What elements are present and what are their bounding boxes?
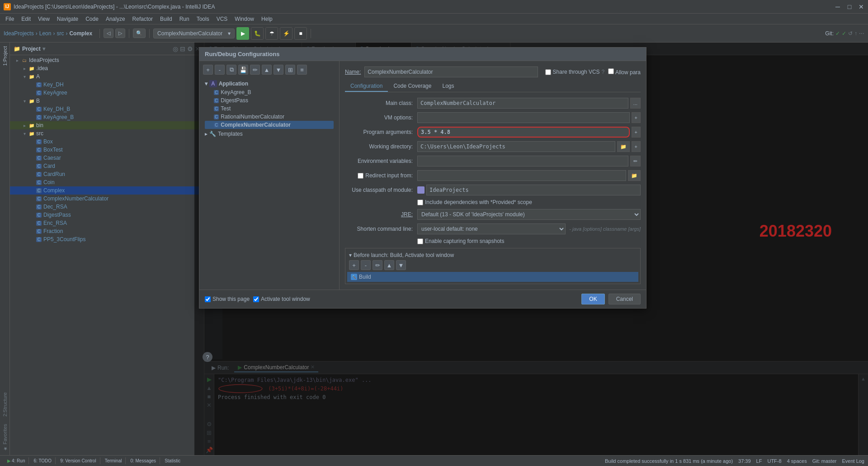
redirect-input[interactable] [417, 170, 626, 181]
tree-cardrun[interactable]: C CardRun [10, 170, 204, 178]
menu-run[interactable]: Run [176, 15, 193, 23]
menu-help[interactable]: Help [258, 15, 276, 23]
status-terminal-tab[interactable]: Terminal [101, 457, 126, 464]
tree-src[interactable]: ▾ 📁 src [10, 129, 204, 138]
before-launch-up-btn[interactable]: ▲ [384, 260, 394, 270]
search-everywhere-btn[interactable]: 🔍 [133, 29, 146, 38]
locate-file-btn[interactable]: ◎ [173, 45, 178, 52]
tree-pp5[interactable]: C PP5_3CountFlips [10, 235, 204, 243]
forward-btn[interactable]: ▷ [115, 29, 125, 38]
tree-caesar[interactable]: C Caesar [10, 154, 204, 162]
before-launch-remove-btn[interactable]: - [361, 260, 371, 270]
tree-complexnumbercalculator[interactable]: C ComplexNumberCalculator [10, 195, 204, 203]
stop-button[interactable]: ■ [294, 27, 307, 40]
sort-btn[interactable]: ⊞ [285, 65, 295, 75]
git-update-icon[interactable]: ↺ [848, 30, 853, 37]
remove-config-btn[interactable]: - [215, 65, 225, 75]
tree-box[interactable]: C Box [10, 138, 204, 146]
vtab-structure[interactable]: 2:Structure [1, 389, 9, 420]
git-branch[interactable]: Git: master [812, 458, 837, 464]
tree-root[interactable]: ▸ 🗂 IdeaProjects [10, 56, 204, 64]
logs-tab[interactable]: Logs [437, 81, 459, 92]
config-digestpass[interactable]: C DigestPass [205, 96, 334, 105]
tree-complex[interactable]: C Complex [10, 186, 204, 195]
menu-analyze[interactable]: Analyze [102, 15, 129, 23]
program-args-input[interactable] [417, 127, 630, 138]
templates-item[interactable]: ▸ 🔧 Templates [203, 130, 335, 138]
config-test[interactable]: C Test [205, 105, 334, 113]
jre-select[interactable]: Default (13 - SDK of 'IdeaProjects' modu… [417, 209, 641, 220]
git-push-icon[interactable]: ↑ [854, 30, 857, 37]
tree-A[interactable]: ▾ 📁 A [10, 72, 204, 81]
cancel-button[interactable]: Cancel [609, 294, 641, 304]
main-class-browse-btn[interactable]: ... [630, 98, 641, 109]
menu-code[interactable]: Code [82, 15, 102, 23]
config-tab[interactable]: Configuration [345, 81, 388, 92]
move-down-btn[interactable]: ▼ [274, 65, 283, 75]
tree-idea[interactable]: ▸ 📁 .idea [10, 64, 204, 72]
cursor-pos[interactable]: 37:39 [738, 458, 751, 464]
name-input[interactable] [364, 67, 538, 77]
minimize-btn[interactable]: ─ [835, 4, 841, 10]
indent[interactable]: 4 spaces [787, 458, 807, 464]
tree-keyagree-b[interactable]: C KeyAgree_B [10, 113, 204, 121]
help-button[interactable]: ? [203, 352, 212, 362]
working-dir-input[interactable] [417, 141, 615, 152]
env-vars-edit-btn[interactable]: ✏ [630, 156, 641, 166]
tree-card[interactable]: C Card [10, 162, 204, 170]
allow-par-cb[interactable] [608, 68, 614, 74]
run-config-selector[interactable]: ComplexNumberCalculator ▾ [153, 29, 235, 38]
working-dir-browse-btn[interactable]: 📁 [617, 141, 630, 152]
vtab-project[interactable]: 1:Project [1, 43, 9, 69]
config-rational[interactable]: C RationalNumberCalculator [205, 113, 334, 121]
tree-key-dh[interactable]: C Key_DH [10, 81, 204, 89]
share-cb[interactable] [545, 69, 551, 75]
before-launch-header[interactable]: ▾ Before launch: Build, Activate tool wi… [347, 250, 638, 260]
env-vars-input[interactable] [417, 156, 628, 166]
debug-button[interactable]: 🐛 [251, 27, 264, 40]
close-btn[interactable]: ✕ [858, 4, 864, 10]
save-config-btn[interactable]: 💾 [238, 65, 248, 75]
application-group-header[interactable]: ▾ A Application [205, 79, 334, 88]
tree-key-dh-b[interactable]: C Key_DH_B [10, 105, 204, 113]
tree-B[interactable]: ▾ 📁 B [10, 97, 204, 105]
collapse-all-btn[interactable]: ⊟ [180, 45, 185, 52]
breadcrumb-root[interactable]: IdeaProjects [4, 30, 34, 37]
config-complexcalc[interactable]: C ComplexNumberCalculator [205, 121, 334, 129]
show-page-cb[interactable] [205, 296, 211, 302]
settings-btn[interactable]: ⚙ [187, 45, 193, 52]
coverage-button[interactable]: ☂ [265, 27, 278, 40]
tree-decrsa[interactable]: C Dec_RSA [10, 203, 204, 211]
line-ending[interactable]: LF [756, 458, 762, 464]
before-launch-edit-btn[interactable]: ✏ [373, 260, 382, 270]
filter-btn[interactable]: ≡ [297, 65, 307, 75]
ok-button[interactable]: OK [581, 294, 604, 304]
status-messages-tab[interactable]: 0: Messages [127, 457, 160, 464]
status-todo-tab[interactable]: 6: TODO [30, 457, 56, 464]
before-launch-add-btn[interactable]: + [349, 260, 359, 270]
tree-digestpass[interactable]: C DigestPass [10, 211, 204, 219]
main-class-input[interactable] [417, 98, 628, 109]
profile-button[interactable]: ⚡ [280, 27, 292, 40]
redirect-browse-btn[interactable]: 📁 [628, 170, 641, 181]
program-args-expand-btn[interactable]: + [632, 127, 641, 138]
maximize-btn[interactable]: □ [846, 4, 853, 10]
git-more-icon[interactable]: ⋯ [859, 30, 864, 37]
tree-fraction[interactable]: C Fraction [10, 227, 204, 235]
breadcrumb-complex[interactable]: Complex [69, 30, 92, 37]
back-btn[interactable]: ◁ [104, 29, 113, 38]
menu-tools[interactable]: Tools [193, 15, 213, 23]
menu-window[interactable]: Window [231, 15, 258, 23]
menu-vcs[interactable]: VCS [213, 15, 231, 23]
vtab-favorites[interactable]: ★ Favorites [1, 420, 9, 455]
breadcrumb-leon[interactable]: Leon [39, 30, 52, 37]
breadcrumb-src[interactable]: src [57, 30, 64, 37]
config-keyagree-b[interactable]: C KeyAgree_B [205, 88, 334, 96]
coverage-tab[interactable]: Code Coverage [388, 81, 437, 92]
tree-encrsa[interactable]: C Enc_RSA [10, 219, 204, 227]
move-up-btn[interactable]: ▲ [262, 65, 272, 75]
working-dir-expand-btn[interactable]: + [632, 141, 641, 152]
status-run-tab[interactable]: ▶ 4: Run [4, 457, 29, 464]
status-statistic-tab[interactable]: Statistic [161, 457, 184, 464]
menu-build[interactable]: Build [156, 15, 176, 23]
